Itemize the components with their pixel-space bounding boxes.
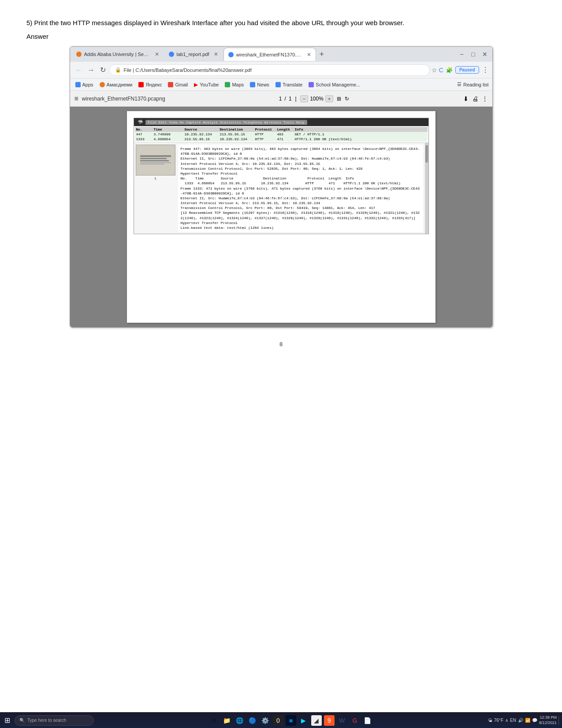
amasdiemi-icon xyxy=(100,82,105,87)
volume-icon[interactable]: 🔊 xyxy=(518,718,523,723)
taskbar-app-dark[interactable]: ◢ xyxy=(311,715,322,726)
bookmark-gmail[interactable]: Gmail xyxy=(166,81,190,88)
ws-detail-hex-area: 1 Frame 447: 483 bytes on wire (3864 bit… xyxy=(134,143,428,234)
bookmark-youtube[interactable]: ▶ YouTube xyxy=(192,81,220,89)
bookmark-yandex-label: Яндекс xyxy=(145,82,162,87)
new-tab-button[interactable]: + xyxy=(317,48,327,61)
profile-icon[interactable]: C xyxy=(439,67,443,74)
menu-icon[interactable]: ⋮ xyxy=(482,66,489,74)
taskbar-file-explorer-icon[interactable]: 📁 xyxy=(221,715,233,726)
bookmark-star-icon[interactable]: ☆ xyxy=(432,67,437,74)
taskbar-app-9[interactable]: 9 xyxy=(324,715,335,726)
taskbar-app-0[interactable]: 0 xyxy=(272,715,284,726)
taskbar-pdf-icon[interactable]: 📄 xyxy=(362,715,373,726)
show-desktop-button[interactable] xyxy=(558,716,560,725)
refresh-button[interactable]: ↻ xyxy=(98,65,108,75)
ws-packet-row-447[interactable]: 447 3.746899 10.235.92.134 213.55.95.15 … xyxy=(135,132,428,137)
pkt-no-447: 447 xyxy=(136,132,154,136)
wireshark-file-title: wireshark_EthernetFN1370.pcapng xyxy=(82,96,165,102)
translate-icon xyxy=(275,82,281,87)
tab-favicon-3 xyxy=(228,52,234,57)
taskbar-settings-icon[interactable]: ⚙️ xyxy=(260,715,271,726)
tab-addis-ababa[interactable]: Addis Ababa University | Seek W... ✕ xyxy=(72,48,164,61)
taskbar-g-icon[interactable]: G xyxy=(349,715,361,726)
col-source: Source xyxy=(185,127,220,131)
bookmark-amasdiemi-label: Амасдиеми xyxy=(107,82,133,87)
paused-button[interactable]: Paused xyxy=(455,66,479,74)
taskbar-app-play[interactable]: ▶ xyxy=(298,715,309,726)
ws-packet-row-1333[interactable]: 1333 4.660054 213.55.95.15 10.235.92.134… xyxy=(135,137,428,142)
back-button[interactable]: ← xyxy=(74,65,84,75)
news-icon xyxy=(250,82,255,87)
pdf-page: 🦈 File Edit View Go Capture Analyze Stat… xyxy=(127,111,435,323)
reading-list[interactable]: ☰ Reading list xyxy=(457,82,488,87)
start-button[interactable]: ⊞ xyxy=(2,715,13,725)
wireshark-header-bar: 🦈 File Edit View Go Capture Analyze Stat… xyxy=(134,118,428,126)
col-protocol: Protocol xyxy=(255,127,277,131)
bookmark-translate[interactable]: Translate xyxy=(274,81,304,88)
bookmark-youtube-label: YouTube xyxy=(200,82,219,87)
print-icon[interactable]: 🖨 xyxy=(472,95,478,102)
browser-window: Addis Ababa University | Seek W... ✕ lab… xyxy=(70,46,493,328)
bookmark-maps[interactable]: Maps xyxy=(223,81,246,88)
tab-close-2[interactable]: ✕ xyxy=(214,51,218,57)
tab-close-1[interactable]: ✕ xyxy=(155,51,159,57)
more-options-icon[interactable]: ⋮ xyxy=(482,95,488,102)
language-icon: EN xyxy=(510,718,516,723)
hamburger-menu-icon[interactable]: ≡ xyxy=(74,95,78,103)
network-icon[interactable]: 📶 xyxy=(525,718,530,723)
tab-wireshark[interactable]: wireshark_EthernetFN1370.pcapn... ✕ xyxy=(223,48,316,61)
col-no: No. xyxy=(136,127,154,131)
tab-lab1-report[interactable]: lab1_report.pdf ✕ xyxy=(164,48,223,61)
rotate-icon[interactable]: ↻ xyxy=(345,96,349,102)
pdf-toolbar-center: 1 / 1 | − 100% + ⊞ ↻ xyxy=(169,95,460,102)
tab-label-2: lab1_report.pdf xyxy=(177,52,209,57)
bookmark-maps-label: Maps xyxy=(232,82,244,87)
taskbar-edge-icon[interactable]: 🌐 xyxy=(234,715,246,726)
taskbar-apps: ○ 📁 🌐 🔵 ⚙️ 0 ■ ▶ ◢ 9 W xyxy=(96,715,486,726)
fit-page-icon[interactable]: ⊞ xyxy=(337,96,341,102)
weather-icon: 🌤 xyxy=(488,718,492,723)
bookmark-amasdiemi[interactable]: Амасдиеми xyxy=(98,81,134,88)
taskbar-app-blue[interactable]: ■ xyxy=(285,715,297,726)
tab-close-3[interactable]: ✕ xyxy=(307,52,311,58)
wireshark-header-tabs: File Edit View Go Capture Analyze Statis… xyxy=(145,120,307,125)
search-placeholder-text: Type here to search xyxy=(27,718,66,723)
bookmark-yandex[interactable]: Яндекс xyxy=(137,81,164,88)
pdf-scrollbar[interactable] xyxy=(425,143,428,234)
taskbar-word-icon[interactable]: W xyxy=(336,715,348,726)
close-window-button[interactable]: ✕ xyxy=(481,51,489,58)
url-input[interactable]: 🔒 File | C:/Users/BabayeSara/Documents/f… xyxy=(109,64,430,76)
maximize-button[interactable]: □ xyxy=(469,51,477,58)
current-page: 1 xyxy=(279,96,282,102)
chevron-up-icon[interactable]: ∧ xyxy=(505,718,508,723)
yandex-icon xyxy=(138,82,144,87)
bookmark-school-label: School Manageme... xyxy=(316,82,360,87)
maps-icon xyxy=(225,82,230,87)
zoom-in-button[interactable]: + xyxy=(325,95,333,102)
clock-display[interactable]: 12:38 PM 8/12/2021 xyxy=(539,715,557,725)
taskbar-cortana-icon[interactable]: ○ xyxy=(208,715,220,726)
search-box[interactable]: 🔍 Type here to search xyxy=(15,715,94,726)
thumbnail-page-number: 1 xyxy=(136,176,175,180)
download-icon[interactable]: ⬇ xyxy=(463,95,469,102)
page-separator: / xyxy=(285,96,286,102)
date-display: 8/12/2021 xyxy=(539,721,557,726)
forward-button[interactable]: → xyxy=(86,65,97,75)
zoom-out-button[interactable]: − xyxy=(300,95,308,102)
extension-icon[interactable]: 🧩 xyxy=(446,67,453,73)
bookmark-apps[interactable]: Apps xyxy=(74,81,95,88)
ws-packet-list: No. Time Source Destination Protocol Len… xyxy=(134,126,428,143)
bookmark-news[interactable]: News xyxy=(248,81,271,88)
minimize-button[interactable]: − xyxy=(458,51,466,58)
total-pages: 1 xyxy=(289,96,292,102)
col-destination: Destination xyxy=(220,127,255,131)
school-icon xyxy=(309,82,314,87)
pkt-len-447: 483 xyxy=(277,132,295,136)
action-center-icon[interactable]: 💬 xyxy=(532,718,537,723)
bookmark-school[interactable]: School Manageme... xyxy=(307,81,362,88)
question-text: 5) Print the two HTTP messages displayed… xyxy=(26,18,536,40)
taskbar-chrome-icon[interactable]: 🔵 xyxy=(247,715,258,726)
pkt-time-1333: 4.660054 xyxy=(154,137,185,141)
scrollbar-thumb xyxy=(425,145,428,163)
